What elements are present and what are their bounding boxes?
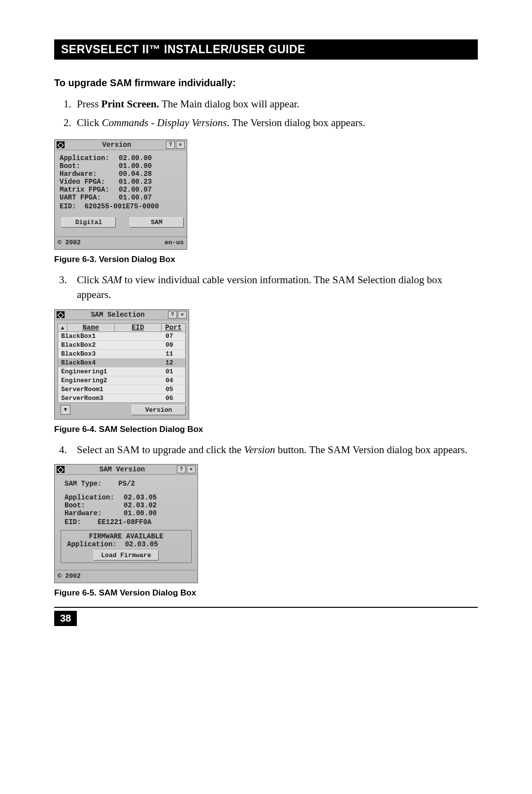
label-matrix-fpga: Matrix FPGA:	[60, 186, 119, 194]
label-sv-application: Application:	[65, 494, 124, 501]
step-3-pre: Click	[77, 274, 102, 286]
figure-6-4-caption: Figure 6-4. SAM Selection Dialog Box	[54, 425, 478, 434]
value-sv-hardware: 01.00.00	[124, 509, 157, 517]
system-menu-icon[interactable]	[57, 466, 65, 473]
table-row[interactable]: ServerRoom306	[58, 394, 185, 402]
sam-selection-dialog: SAM Selection ? × ▲ Name EID Port BlackB…	[54, 309, 189, 420]
step-3-post: to view individual cable version informa…	[77, 274, 442, 300]
page-header-bar: SERVSELECT II™ INSTALLER/USER GUIDE	[54, 39, 478, 60]
cell-eid	[112, 395, 164, 402]
cell-name: BlackBox2	[58, 341, 112, 349]
step-1: Press Print Screen. The Main dialog box …	[74, 97, 478, 111]
sam-selection-table: BlackBox107 BlackBox209 BlackBox311 Blac…	[58, 332, 186, 403]
figure-6-5-caption: Figure 6-5. SAM Version Dialog Box	[54, 588, 478, 598]
column-eid[interactable]: EID	[115, 324, 162, 331]
value-sv-boot: 02.03.02	[124, 501, 157, 509]
table-row[interactable]: Engineering204	[58, 376, 185, 385]
version-copyright: © 2002	[58, 239, 81, 246]
sam-selection-columns: ▲ Name EID Port	[58, 323, 186, 332]
cell-eid	[112, 332, 164, 340]
sam-button[interactable]: SAM	[130, 217, 184, 228]
step-list-4: 4. Select an SAM to upgrade and click th…	[54, 442, 478, 457]
column-name[interactable]: Name	[67, 324, 115, 331]
label-video-fpga: Video FPGA:	[60, 178, 119, 186]
label-sv-eid: EID:	[65, 518, 81, 526]
help-button[interactable]: ?	[177, 465, 186, 473]
step-3-italic: SAM	[102, 274, 122, 286]
version-dialog: Version ? × Application:02.00.00 Boot:01…	[54, 139, 187, 250]
step-3-number: 3.	[59, 272, 67, 287]
sam-version-body: SAM Type: PS/2 Application:02.03.05 Boot…	[55, 475, 198, 570]
table-row[interactable]: BlackBox209	[58, 341, 185, 350]
step-4-post: button. The SAM Version dialog box appea…	[275, 444, 467, 456]
cell-eid	[112, 350, 164, 358]
label-sv-hardware: Hardware:	[65, 509, 124, 517]
version-locale: en-us	[165, 239, 184, 246]
sam-version-copyright: © 2002	[55, 570, 198, 583]
version-dialog-titlebar: Version ? ×	[55, 140, 187, 150]
digital-button[interactable]: Digital	[62, 217, 116, 228]
cell-port: 09	[164, 341, 185, 349]
label-sv-boot: Boot:	[65, 501, 124, 509]
cell-name: BlackBox3	[58, 350, 112, 358]
value-application: 02.00.00	[119, 154, 152, 162]
value-boot: 01.00.00	[119, 162, 152, 170]
load-firmware-button[interactable]: Load Firmware	[94, 550, 158, 561]
cell-port: 06	[164, 395, 185, 402]
step-1-pre: Press	[77, 98, 101, 110]
table-row[interactable]: BlackBox311	[58, 350, 185, 359]
cell-name: BlackBox4	[58, 359, 112, 366]
step-2-post: . The Version dialog box appears.	[227, 117, 366, 129]
sort-down-icon[interactable]: ▼	[61, 405, 70, 415]
sam-version-title: SAM Version	[67, 465, 177, 473]
value-fw-application: 02.03.05	[125, 540, 158, 548]
system-menu-icon[interactable]	[57, 141, 65, 148]
step-4: 4. Select an SAM to upgrade and click th…	[74, 442, 478, 457]
sam-selection-title: SAM Selection	[67, 311, 168, 319]
step-4-number: 4.	[59, 442, 67, 457]
sam-version-dialog: SAM Version ? × SAM Type: PS/2 Applicati…	[54, 464, 198, 583]
step-3: 3. Click SAM to view individual cable ve…	[74, 272, 478, 302]
value-sam-type: PS/2	[118, 480, 135, 488]
sort-up-icon[interactable]: ▲	[58, 324, 67, 331]
cell-port: 05	[164, 386, 185, 393]
table-row[interactable]: Engineering101	[58, 367, 185, 376]
step-2-italic: Commands - Display Versions	[102, 117, 227, 129]
step-list-1-2: Press Print Screen. The Main dialog box …	[54, 97, 478, 131]
step-1-bold: Print Screen.	[101, 98, 159, 110]
table-row[interactable]: BlackBox107	[58, 332, 185, 341]
cell-name: Engineering2	[58, 377, 112, 384]
help-button[interactable]: ?	[166, 141, 175, 149]
close-button[interactable]: ×	[176, 141, 185, 149]
version-dialog-body: Application:02.00.00 Boot:01.00.00 Hardw…	[55, 150, 187, 236]
close-button[interactable]: ×	[187, 465, 196, 473]
table-row[interactable]: BlackBox412	[58, 359, 185, 367]
label-uart-fpga: UART FPGA:	[60, 194, 119, 201]
close-button[interactable]: ×	[178, 311, 187, 319]
cell-name: ServerRoom3	[58, 395, 112, 402]
cell-name: Engineering1	[58, 368, 112, 375]
step-4-italic: Version	[244, 444, 275, 456]
label-eid: EID:	[60, 202, 76, 210]
help-button[interactable]: ?	[168, 311, 177, 319]
figure-6-3-caption: Figure 6-3. Version Dialog Box	[54, 255, 478, 265]
label-fw-application: Application:	[67, 540, 117, 548]
cell-name: BlackBox1	[58, 332, 112, 340]
label-sam-type: SAM Type:	[65, 480, 102, 488]
step-list-3: 3. Click SAM to view individual cable ve…	[54, 272, 478, 302]
system-menu-icon[interactable]	[57, 311, 65, 318]
step-2: Click Commands - Display Versions. The V…	[74, 115, 478, 130]
table-row[interactable]: ServerRoom105	[58, 385, 185, 394]
firmware-header: FIRMWARE AVAILABLE	[64, 532, 188, 540]
value-matrix-fpga: 02.00.07	[119, 186, 152, 194]
cell-eid	[112, 377, 164, 384]
sam-selection-titlebar: SAM Selection ? ×	[55, 310, 189, 320]
version-button[interactable]: Version	[132, 405, 186, 415]
value-sv-eid: EE1221-08FF0A	[98, 518, 151, 526]
column-port[interactable]: Port	[162, 324, 185, 331]
firmware-panel: FIRMWARE AVAILABLE Application: 02.03.05…	[61, 530, 192, 563]
cell-port: 01	[164, 368, 185, 375]
step-2-pre: Click	[77, 117, 102, 129]
cell-name: ServerRoom1	[58, 386, 112, 393]
label-hardware: Hardware:	[60, 170, 119, 178]
